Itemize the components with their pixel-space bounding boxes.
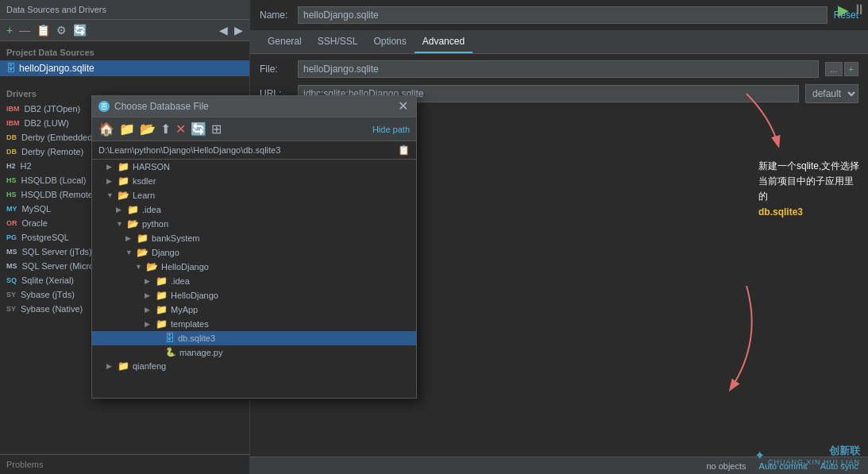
arrow-icon: ▶	[145, 306, 152, 314]
arrow-icon: ▶	[106, 362, 114, 370]
folder-icon: 📁	[156, 276, 168, 287]
file-label-learn: Learn	[133, 191, 155, 200]
driver-icon-oracle: OR	[6, 219, 17, 227]
arrow-icon: ▼	[125, 249, 133, 256]
file-label-manage-py: manage.py	[179, 348, 222, 357]
no-objects-label: no objects	[706, 461, 746, 471]
name-input[interactable]	[298, 6, 827, 24]
top-right-buttons: ▶ ⏸	[838, 2, 866, 19]
dialog-titlebar: 🗄 Choose Database File ✕	[92, 96, 416, 118]
hide-path-link[interactable]: Hide path	[372, 125, 410, 134]
file-label-harson: HARSON	[133, 162, 170, 171]
file-item-python[interactable]: ▼ 📂 python	[92, 217, 416, 231]
file-item-manage-py[interactable]: 🐍 manage.py	[92, 345, 416, 359]
driver-icon-sqlite: SQ	[6, 276, 17, 284]
callout-highlight: db.sqlite3	[758, 206, 803, 218]
tab-ssh-ssl[interactable]: SSH/SSL	[310, 31, 366, 53]
panel-title: Data Sources and Drivers	[6, 5, 106, 14]
name-row: Name: Reset	[250, 0, 868, 31]
datasource-label: helloDjango.sqlite	[19, 63, 95, 74]
file-item-idea-1[interactable]: ▶ 📁 .idea	[92, 202, 416, 217]
folder-icon-open: 📂	[127, 218, 139, 229]
arrow-icon: ▶	[145, 320, 152, 328]
dialog-folder-icon[interactable]: 📂	[140, 121, 156, 137]
forward-icon[interactable]: ▶	[233, 23, 245, 37]
dialog-delete-icon[interactable]: ✕	[176, 121, 186, 137]
path-input[interactable]	[98, 145, 395, 155]
url-select[interactable]: default	[805, 84, 858, 103]
dialog-title: 🗄 Choose Database File	[98, 101, 209, 112]
file-label-ksdler: ksdler	[133, 176, 156, 186]
arrow-icon: ▶	[116, 206, 124, 214]
remove-icon[interactable]: —	[17, 23, 32, 37]
file-tree[interactable]: ▶ 📁 HARSON ▶ 📁 ksdler ▼ 📂 Learn ▶ 📁 .ide…	[92, 160, 416, 398]
watermark: ✦ 创新联 CHUANG XIN HUI LIAN	[754, 444, 860, 466]
py-file-icon: 🐍	[165, 347, 176, 357]
path-browse-btn[interactable]: 📋	[398, 145, 410, 156]
file-item-hellodjango-sub[interactable]: ▶ 📁 HelloDjango	[92, 288, 416, 303]
back-icon[interactable]: ◀	[218, 23, 230, 37]
file-item-learn[interactable]: ▼ 📂 Learn	[92, 188, 416, 202]
file-item-banksystem[interactable]: ▶ 📁 bankSystem	[92, 231, 416, 245]
file-item-django[interactable]: ▼ 📂 Django	[92, 245, 416, 260]
file-input-buttons: ... +	[825, 62, 858, 76]
arrow-icon: ▼	[106, 191, 114, 199]
settings-icon[interactable]: ⚙	[55, 23, 68, 37]
datasource-item-hello[interactable]: 🗄 helloDjango.sqlite	[0, 60, 249, 76]
file-item-idea-2[interactable]: ▶ 📁 .idea	[92, 274, 416, 288]
dialog-refresh-icon[interactable]: 🔄	[191, 121, 206, 137]
tab-advanced[interactable]: Advanced	[415, 31, 473, 53]
file-item-ksdler[interactable]: ▶ 📁 ksdler	[92, 174, 416, 188]
file-label-banksystem: bankSystem	[152, 233, 200, 243]
driver-icon-mysql: MY	[6, 205, 17, 213]
file-browse-button[interactable]: ...	[825, 62, 842, 76]
driver-icon-sql-ms: MS	[6, 262, 17, 270]
file-input[interactable]	[298, 60, 819, 78]
refresh-icon[interactable]: 🔄	[71, 23, 88, 37]
name-label: Name:	[260, 10, 291, 21]
driver-icon-h2: H2	[6, 162, 16, 170]
file-label-templates: templates	[171, 319, 209, 329]
folder-icon: 📁	[118, 161, 129, 172]
callout-text: 新建一个sqlite,文件选择当前项目中的子应用里的 db.sqlite3	[758, 159, 862, 220]
watermark-sub: CHUANG XIN HUI LIAN	[768, 458, 860, 466]
tab-options[interactable]: Options	[365, 31, 414, 53]
dialog-home-icon[interactable]: 🏠	[98, 121, 114, 137]
arrow-icon: ▶	[106, 177, 114, 185]
file-item-db-sqlite3[interactable]: 🗄 db.sqlite3	[92, 331, 416, 345]
tab-general[interactable]: General	[260, 31, 310, 53]
arrow-icon: ▼	[135, 263, 143, 271]
folder-icon: 📁	[137, 233, 149, 244]
choose-db-dialog: 🗄 Choose Database File ✕ 🏠 📁 📂 ⬆ ✕ 🔄 ⊞ H…	[91, 95, 417, 399]
dialog-new-folder-icon[interactable]: 📁	[119, 121, 135, 137]
folder-icon: 📁	[156, 290, 168, 301]
folder-icon-open: 📂	[118, 190, 129, 201]
folder-icon: 📁	[156, 304, 168, 315]
arrow-icon: ▶	[145, 277, 152, 285]
dialog-close-button[interactable]: ✕	[396, 100, 410, 113]
folder-icon-open: 📂	[146, 261, 158, 272]
file-item-harson[interactable]: ▶ 📁 HARSON	[92, 160, 416, 174]
file-item-templates[interactable]: ▶ 📁 templates	[92, 317, 416, 331]
file-label-idea-2: .idea	[171, 276, 190, 286]
dialog-grid-icon[interactable]: ⊞	[211, 121, 222, 137]
file-item-hellodjango[interactable]: ▼ 📂 HelloDjango	[92, 260, 416, 274]
add-icon[interactable]: +	[5, 23, 14, 37]
pause-button[interactable]: ⏸	[852, 2, 866, 19]
file-label-qianfeng: qianfeng	[133, 361, 166, 371]
file-item-qianfeng[interactable]: ▶ 📁 qianfeng	[92, 359, 416, 373]
folder-icon: 📁	[156, 318, 168, 329]
path-bar: 📋	[92, 141, 416, 160]
arrow-icon: ▶	[125, 234, 133, 242]
driver-icon-db2-jtopen: IBM	[6, 105, 20, 113]
dialog-up-icon[interactable]: ⬆	[160, 121, 171, 137]
folder-icon-open: 📂	[137, 247, 149, 258]
file-label-django: Django	[152, 248, 179, 257]
file-label-python: python	[142, 219, 168, 229]
copy-icon[interactable]: 📋	[35, 23, 52, 37]
dialog-toolbar: 🏠 📁 📂 ⬆ ✕ 🔄 ⊞ Hide path	[92, 118, 416, 141]
play-button[interactable]: ▶	[838, 2, 849, 19]
file-item-myapp[interactable]: ▶ 📁 MyApp	[92, 303, 416, 317]
file-add-button[interactable]: +	[844, 62, 858, 76]
arrow-icon: ▶	[145, 291, 152, 299]
